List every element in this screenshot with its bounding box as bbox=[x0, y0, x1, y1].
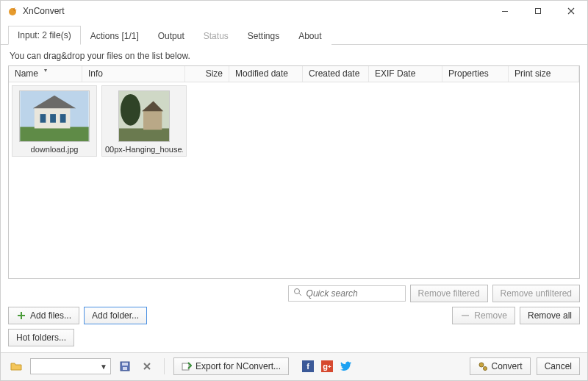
quick-search-input[interactable] bbox=[305, 288, 401, 299]
svg-rect-22 bbox=[123, 367, 127, 370]
svg-point-0 bbox=[9, 8, 16, 15]
thumbnail-label: 00px-Hanging_house.. bbox=[105, 145, 183, 154]
gears-icon bbox=[478, 361, 488, 371]
tab-about[interactable]: About bbox=[289, 26, 331, 45]
column-properties[interactable]: Properties bbox=[442, 66, 509, 82]
export-nconvert-button[interactable]: Export for NConvert... bbox=[173, 357, 289, 375]
file-list-area: Name ▾ Info Size Modified date Created d… bbox=[8, 65, 580, 279]
app-icon bbox=[7, 5, 18, 17]
convert-label: Convert bbox=[492, 361, 523, 371]
titlebar: XnConvert bbox=[1, 1, 587, 22]
social-links: f g+ bbox=[302, 360, 352, 372]
tab-strip: Input: 2 file(s) Actions [1/1] Output St… bbox=[1, 22, 587, 45]
list-item[interactable]: download.jpg bbox=[12, 85, 97, 157]
floppy-disk-icon bbox=[120, 361, 130, 371]
svg-point-24 bbox=[479, 363, 484, 367]
add-remove-row: Add files... Add folder... Remove Remove… bbox=[8, 307, 580, 324]
drag-drop-hint: You can drag&drop your files on the list… bbox=[10, 51, 578, 61]
remove-filtered-button[interactable]: Remove filtered bbox=[410, 285, 488, 302]
column-size[interactable]: Size bbox=[185, 66, 229, 82]
column-exif[interactable]: EXIF Date bbox=[369, 66, 442, 82]
close-button[interactable] bbox=[554, 1, 587, 21]
svg-rect-21 bbox=[122, 363, 128, 366]
svg-rect-19 bbox=[462, 315, 469, 316]
maximize-button[interactable] bbox=[521, 1, 554, 21]
svg-rect-11 bbox=[119, 128, 169, 140]
export-icon bbox=[182, 361, 192, 371]
separator bbox=[164, 358, 165, 374]
column-info[interactable]: Info bbox=[82, 66, 185, 82]
add-files-label: Add files... bbox=[30, 310, 71, 321]
tab-input[interactable]: Input: 2 file(s) bbox=[8, 26, 81, 45]
bottom-bar: ▼ Export for NConvert... f g+ C bbox=[1, 352, 587, 380]
convert-button[interactable]: Convert bbox=[470, 357, 531, 375]
tab-settings[interactable]: Settings bbox=[238, 26, 289, 45]
column-modified[interactable]: Modified date bbox=[229, 66, 303, 82]
cancel-button[interactable]: Cancel bbox=[537, 357, 580, 375]
minus-icon bbox=[460, 310, 470, 321]
x-icon bbox=[143, 362, 151, 371]
list-item[interactable]: 00px-Hanging_house.. bbox=[101, 85, 187, 157]
app-title: XnConvert bbox=[23, 6, 65, 16]
export-nconvert-label: Export for NConvert... bbox=[196, 361, 281, 371]
googleplus-icon[interactable]: g+ bbox=[321, 360, 333, 372]
svg-rect-9 bbox=[60, 114, 66, 123]
column-headers: Name ▾ Info Size Modified date Created d… bbox=[9, 66, 579, 82]
quick-search-box[interactable] bbox=[288, 285, 406, 302]
thumbnail-grid[interactable]: download.jpg 00px-Hanging_house.. bbox=[9, 82, 579, 278]
folder-icon bbox=[10, 360, 22, 372]
plus-icon bbox=[16, 310, 26, 321]
svg-rect-12 bbox=[143, 110, 162, 129]
svg-point-14 bbox=[121, 94, 140, 126]
svg-point-25 bbox=[483, 367, 487, 371]
svg-rect-2 bbox=[535, 9, 540, 14]
hot-folders-button[interactable]: Hot folders... bbox=[8, 329, 74, 346]
svg-rect-4 bbox=[20, 127, 88, 140]
main-panel: You can drag&drop your files on the list… bbox=[1, 45, 587, 352]
hot-folders-row: Hot folders... bbox=[8, 329, 580, 346]
remove-button[interactable]: Remove bbox=[452, 307, 515, 324]
search-row: Remove filtered Remove unfiltered bbox=[8, 285, 580, 302]
remove-all-button[interactable]: Remove all bbox=[520, 307, 580, 324]
preset-select[interactable]: ▼ bbox=[30, 358, 111, 374]
column-name[interactable]: Name ▾ bbox=[9, 66, 82, 82]
twitter-icon[interactable] bbox=[340, 360, 352, 372]
svg-rect-23 bbox=[182, 363, 189, 370]
open-preset-folder-button[interactable] bbox=[8, 358, 24, 374]
facebook-icon[interactable]: f bbox=[302, 360, 314, 372]
column-created[interactable]: Created date bbox=[303, 66, 369, 82]
thumbnail-label: download.jpg bbox=[15, 145, 93, 154]
add-folder-button[interactable]: Add folder... bbox=[84, 307, 147, 324]
thumbnail-image bbox=[118, 90, 170, 142]
svg-rect-8 bbox=[50, 114, 56, 123]
column-print-size[interactable]: Print size bbox=[509, 66, 579, 82]
thumbnail-image bbox=[19, 90, 90, 142]
tab-status: Status bbox=[194, 26, 238, 45]
remove-unfiltered-button[interactable]: Remove unfiltered bbox=[492, 285, 580, 302]
svg-rect-18 bbox=[18, 315, 25, 316]
delete-preset-button[interactable] bbox=[139, 358, 155, 374]
minimize-button[interactable] bbox=[488, 1, 521, 21]
svg-rect-1 bbox=[502, 11, 508, 12]
sort-indicator-icon: ▾ bbox=[44, 67, 47, 74]
add-files-button[interactable]: Add files... bbox=[8, 307, 79, 324]
svg-point-15 bbox=[294, 289, 299, 294]
save-preset-button[interactable] bbox=[117, 358, 133, 374]
app-window: XnConvert Input: 2 file(s) Actions [1/1]… bbox=[0, 0, 588, 381]
tab-output[interactable]: Output bbox=[148, 26, 194, 45]
tab-actions[interactable]: Actions [1/1] bbox=[81, 26, 148, 45]
chevron-down-icon: ▼ bbox=[100, 363, 107, 371]
svg-line-16 bbox=[299, 293, 301, 296]
search-icon bbox=[293, 288, 302, 299]
remove-label: Remove bbox=[474, 310, 507, 321]
column-name-label: Name bbox=[15, 68, 38, 79]
svg-rect-7 bbox=[40, 114, 46, 123]
